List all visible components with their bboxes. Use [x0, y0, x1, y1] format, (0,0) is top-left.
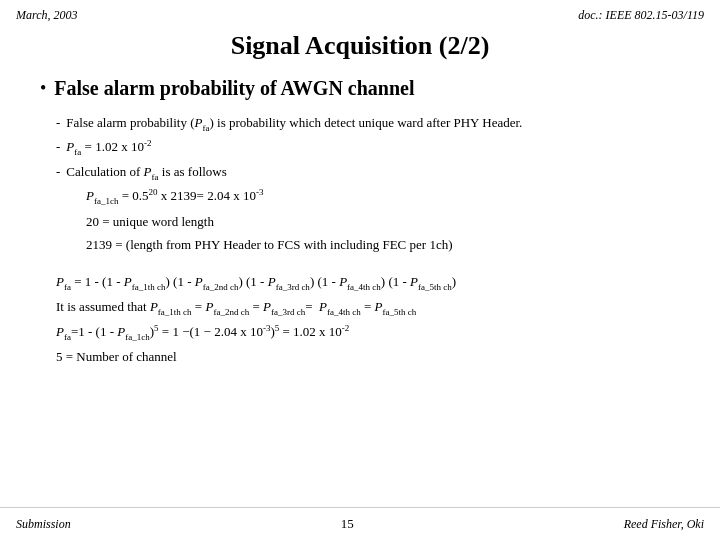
formula-result: Pfa=1 - (1 - Pfa_1ch)5 = 1 −(1 − 2.04 x … [56, 320, 680, 345]
footer-left: Submission [16, 517, 71, 532]
detail-item-1: - False alarm probability (Pfa) is proba… [56, 112, 680, 136]
content-area: • False alarm probability of AWGN channe… [0, 77, 720, 368]
detail-text-2: Pfa = 1.02 x 10-2 [66, 136, 151, 160]
detail-text-1: False alarm probability (Pfa) is probabi… [66, 112, 522, 136]
calc-indent: Pfa_1ch = 0.520 x 2139= 2.04 x 10-3 20 =… [86, 184, 680, 256]
header-left: March, 2003 [16, 8, 78, 23]
header-right: doc.: IEEE 802.15-03/119 [578, 8, 704, 23]
bullet-symbol: • [40, 77, 46, 100]
footer-page: 15 [341, 516, 354, 532]
detail-text-3: Calculation of Pfa is as follows [66, 161, 226, 185]
calc-line-3: 2139 = (length from PHY Header to FCS wi… [86, 233, 680, 256]
calc-line-1: Pfa_1ch = 0.520 x 2139= 2.04 x 10-3 [86, 184, 680, 209]
page-title: Signal Acquisition (2/2) [0, 27, 720, 77]
detail-list: - False alarm probability (Pfa) is proba… [56, 112, 680, 256]
formula-block: Pfa = 1 - (1 - Pfa_1th ch) (1 - Pfa_2nd … [56, 270, 680, 368]
footer-right: Reed Fisher, Oki [624, 517, 704, 532]
formula-assumed: It is assumed that Pfa_1th ch = Pfa_2nd … [56, 295, 680, 320]
footer: Submission 15 Reed Fisher, Oki [0, 507, 720, 540]
dash-1: - [56, 112, 60, 136]
detail-item-3: - Calculation of Pfa is as follows [56, 161, 680, 185]
detail-item-2: - Pfa = 1.02 x 10-2 [56, 136, 680, 160]
dash-2: - [56, 136, 60, 160]
dash-3: - [56, 161, 60, 185]
section-heading: False alarm probability of AWGN channel [54, 77, 414, 100]
calc-line-2: 20 = unique word length [86, 210, 680, 233]
formula-number: 5 = Number of channel [56, 345, 680, 368]
formula-main: Pfa = 1 - (1 - Pfa_1th ch) (1 - Pfa_2nd … [56, 270, 680, 295]
